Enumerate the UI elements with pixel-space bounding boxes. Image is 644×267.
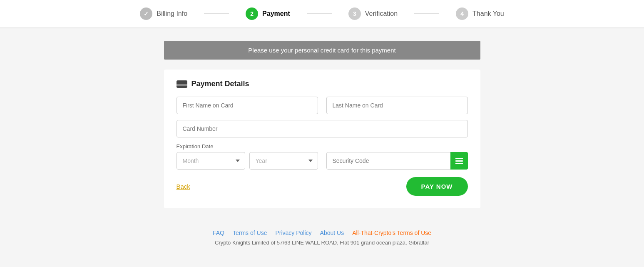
footer-links: FAQ Terms of Use Privacy Policy About Us… — [172, 230, 472, 236]
step-thankyou-label: Thank You — [472, 10, 504, 17]
pay-now-button[interactable]: PAY NOW — [406, 177, 468, 196]
card-number-row — [177, 120, 468, 137]
footer-address: Crypto Knights Limited of 57/63 LINE WAL… — [172, 240, 472, 246]
step-payment-circle: 2 — [246, 7, 258, 20]
back-button[interactable]: Back — [177, 183, 190, 190]
action-row: Back PAY NOW — [177, 177, 468, 196]
month-select[interactable]: Month JanuaryFebruaryMarchAprilMayJuneJu… — [177, 152, 245, 170]
footer-link-about[interactable]: About Us — [320, 230, 344, 236]
notice-text: Please use your personal credit card for… — [248, 47, 395, 54]
last-name-group — [326, 97, 468, 114]
step-sep-1 — [204, 13, 229, 14]
expiry-selects: Month JanuaryFebruaryMarchAprilMayJuneJu… — [177, 152, 318, 170]
cvv-line-1 — [455, 158, 463, 159]
expiry-label: Expiration Date — [177, 143, 318, 150]
step-payment: 2 Payment — [246, 7, 290, 27]
footer-link-crypto-terms[interactable]: All-That-Crypto's Terms of Use — [352, 230, 431, 236]
main-content: Please use your personal credit card for… — [156, 41, 489, 254]
cvv-line-3 — [455, 163, 463, 164]
step-sep-2 — [307, 13, 332, 14]
step-verification-label: Verification — [365, 10, 398, 17]
footer-link-faq[interactable]: FAQ — [213, 230, 224, 236]
step-billing-label: Billing Info — [157, 10, 187, 17]
section-title-text: Payment Details — [191, 80, 249, 88]
step-thankyou-circle: 4 — [456, 7, 468, 20]
cvv-lines — [455, 158, 463, 164]
credit-card-icon — [177, 80, 187, 88]
step-verification-circle: 3 — [348, 7, 361, 20]
footer: FAQ Terms of Use Privacy Policy About Us… — [164, 221, 480, 254]
security-input-wrap — [326, 152, 468, 170]
first-name-group — [177, 97, 318, 114]
step-sep-3 — [414, 13, 439, 14]
first-name-input[interactable] — [177, 97, 318, 114]
expiry-security-row: Expiration Date Month JanuaryFebruaryMar… — [177, 143, 468, 170]
progress-bar: ✓ Billing Info 2 Payment 3 Verification … — [0, 0, 644, 28]
section-title: Payment Details — [177, 80, 468, 88]
step-verification: 3 Verification — [348, 7, 398, 27]
security-code-input[interactable] — [326, 152, 468, 170]
payment-section: Payment Details Expiration Date Mon — [164, 70, 480, 208]
footer-link-terms[interactable]: Terms of Use — [233, 230, 267, 236]
name-row — [177, 97, 468, 114]
step-billing-circle: ✓ — [140, 7, 152, 20]
security-spacer — [326, 143, 468, 150]
notice-banner: Please use your personal credit card for… — [164, 41, 480, 60]
card-number-input[interactable] — [177, 120, 468, 137]
cvv-line-2 — [455, 160, 463, 162]
footer-link-privacy[interactable]: Privacy Policy — [275, 230, 311, 236]
cvv-icon — [450, 152, 468, 170]
card-number-group — [177, 120, 468, 137]
year-select[interactable]: Year 20242025202620272028202920302031203… — [249, 152, 318, 170]
last-name-input[interactable] — [326, 97, 468, 114]
security-group — [326, 143, 468, 170]
step-billing: ✓ Billing Info — [140, 7, 187, 27]
expiry-group: Expiration Date Month JanuaryFebruaryMar… — [177, 143, 318, 170]
step-thankyou: 4 Thank You — [456, 7, 504, 27]
step-payment-label: Payment — [262, 10, 290, 17]
